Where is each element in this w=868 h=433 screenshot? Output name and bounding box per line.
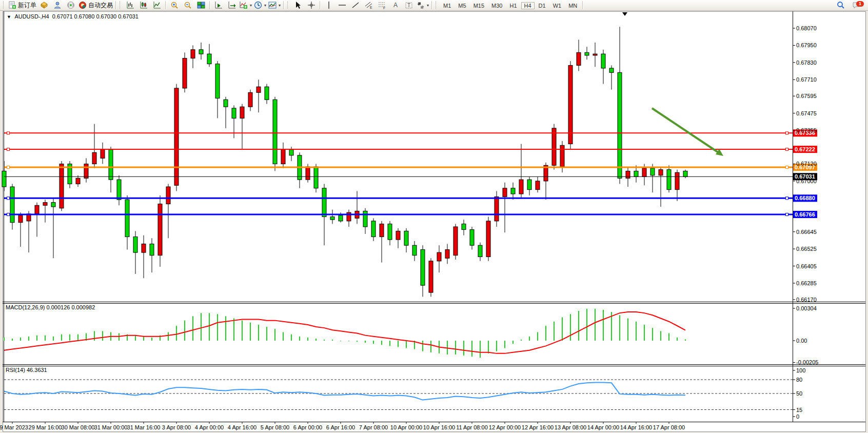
trendline-tool[interactable] — [349, 1, 362, 10]
templates-button[interactable]: ▾ — [267, 1, 282, 10]
macd-bar — [201, 313, 202, 341]
macd-bar — [373, 341, 374, 344]
toolbar-grip[interactable] — [287, 2, 290, 9]
auto-scroll-icon — [214, 1, 223, 9]
toolbar-separator — [209, 1, 210, 9]
macd-bar — [143, 337, 144, 341]
timeframe-D1[interactable]: D1 — [536, 2, 549, 9]
arrows-tool[interactable]: ▾ — [416, 1, 430, 10]
timeframe-W1[interactable]: W1 — [550, 2, 565, 9]
macd-bar — [685, 339, 686, 341]
candle — [76, 178, 80, 184]
horizontal-line-tool[interactable] — [336, 1, 349, 10]
candle — [207, 54, 211, 64]
channel-tool[interactable]: E — [362, 1, 376, 10]
rsi-axis-label: 15 — [796, 407, 802, 413]
candlestick-chart-button[interactable] — [137, 1, 150, 10]
time-tick-label: 17 Apr 08:00 — [653, 424, 685, 430]
macd-bar — [603, 310, 604, 341]
bar-chart-button[interactable] — [124, 1, 137, 10]
macd-bar — [422, 341, 423, 351]
timeframe-M30[interactable]: M30 — [488, 2, 505, 9]
fibonacci-tool[interactable]: F — [376, 1, 389, 10]
candle — [593, 54, 597, 55]
line-chart-icon — [153, 1, 161, 9]
periods-button[interactable]: ▾ — [253, 1, 267, 10]
indicators-button[interactable]: ▾ — [239, 1, 253, 10]
timeframe-M5[interactable]: M5 — [455, 2, 469, 9]
price-badge-label: 0.66766 — [795, 211, 815, 218]
search-button[interactable] — [834, 1, 847, 10]
candle — [486, 221, 490, 257]
candle — [437, 252, 441, 261]
candle — [527, 180, 531, 189]
time-tick-label: 12 Apr 00:00 — [489, 424, 521, 430]
zoom-in-button[interactable] — [168, 1, 181, 10]
signals-button[interactable] — [64, 1, 77, 10]
timeframe-H1[interactable]: H1 — [506, 2, 520, 9]
line-chart-button[interactable] — [150, 1, 164, 10]
market-icon — [53, 1, 62, 9]
macd-bar — [324, 340, 325, 341]
line-handle — [786, 213, 788, 216]
svg-text:F: F — [383, 6, 385, 9]
candle — [257, 87, 261, 92]
toolbar-grip[interactable] — [3, 2, 6, 9]
search-icon — [837, 1, 845, 9]
chart-window-border — [3, 12, 866, 432]
price-tick-label: 0.66285 — [796, 280, 817, 286]
zoom-out-button[interactable] — [181, 1, 194, 10]
candle — [495, 197, 499, 221]
macd-bar — [488, 341, 489, 353]
gold-cube-button[interactable] — [37, 1, 51, 10]
text-tool[interactable]: A — [389, 1, 402, 10]
macd-bar — [627, 318, 628, 341]
time-tick-label: 6 Apr 00:00 — [293, 424, 322, 430]
macd-bar — [69, 334, 70, 341]
candle — [281, 150, 285, 164]
vertical-line-tool[interactable] — [322, 1, 336, 10]
chart-canvas[interactable]: 0.673360.672220.670970.670310.668800.667… — [0, 0, 868, 433]
candle — [174, 88, 179, 185]
chart-shift-button[interactable] — [225, 1, 239, 10]
toolbar-grip[interactable] — [436, 2, 438, 9]
tile-windows-button[interactable] — [194, 1, 208, 10]
templates-icon — [268, 1, 277, 9]
notifications-button[interactable]: 1 — [847, 1, 865, 10]
toolbar-separator — [582, 1, 583, 9]
gold-cube-icon — [40, 1, 48, 9]
auto-scroll-button[interactable] — [212, 1, 225, 10]
macd-bar — [340, 341, 341, 341]
candle — [683, 171, 687, 176]
macd-bar — [45, 336, 46, 341]
new-order-label: 新订单 — [18, 1, 36, 10]
candle — [371, 221, 376, 237]
timeframe-H4[interactable]: H4 — [521, 2, 535, 9]
market-button[interactable] — [51, 1, 64, 10]
text-label-tool[interactable]: T — [402, 1, 416, 10]
candle — [363, 211, 367, 227]
svg-text:A: A — [393, 2, 398, 9]
timeframe-MN[interactable]: MN — [565, 2, 580, 9]
new-order-button[interactable]: 新订单 — [7, 1, 37, 10]
candle — [10, 187, 14, 223]
cursor-tool-button[interactable] — [291, 1, 305, 10]
macd-bar — [274, 329, 275, 341]
line-handle — [7, 132, 10, 134]
timeframe-M15[interactable]: M15 — [470, 2, 487, 9]
crosshair-tool-button[interactable] — [305, 1, 318, 10]
macd-axis-label: 0.00304 — [796, 305, 817, 311]
horizontal-line-icon — [338, 1, 346, 9]
auto-trading-button[interactable]: 自动交易 — [77, 1, 114, 10]
candle — [585, 52, 589, 55]
toolbar-separator — [165, 1, 166, 9]
macd-bar — [545, 326, 546, 341]
arrows-icon — [417, 1, 425, 9]
svg-text:E: E — [370, 6, 372, 9]
periods-icon — [254, 1, 262, 9]
candle — [462, 224, 466, 229]
dropdown-caret-icon: ▾ — [427, 3, 429, 8]
timeframe-M1[interactable]: M1 — [440, 2, 454, 9]
toolbar-separator — [320, 1, 321, 9]
toolbar-grip[interactable] — [120, 2, 122, 9]
